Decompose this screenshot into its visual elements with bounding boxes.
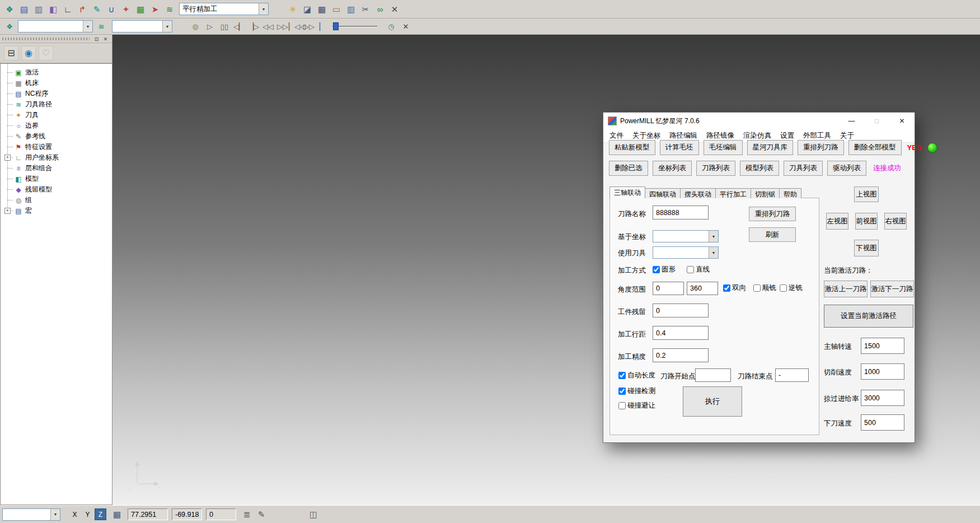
globe-icon[interactable]: ◉: [21, 46, 36, 60]
tree-item-tools[interactable]: ✦刀具: [5, 110, 112, 120]
toolpath-list-button[interactable]: 刀路列表: [696, 161, 735, 176]
coordinate-list-button[interactable]: 坐标列表: [653, 161, 692, 176]
cutting-speed-input[interactable]: [861, 363, 904, 380]
play-icon[interactable]: ▷: [203, 20, 217, 33]
grid-icon[interactable]: ▦: [110, 508, 124, 521]
menu-settings[interactable]: 设置: [776, 131, 799, 141]
tree-item-models[interactable]: ◧模型: [5, 174, 112, 184]
model-list-button[interactable]: 模型列表: [740, 161, 779, 176]
toolpath-icon[interactable]: ≋: [95, 20, 108, 33]
right-view-button[interactable]: 右视图: [884, 213, 907, 230]
menu-path-edit[interactable]: 路径编辑: [665, 131, 702, 141]
maximize-button[interactable]: □: [864, 113, 889, 129]
tab-help[interactable]: 帮助: [779, 188, 801, 198]
plunge-speed-input[interactable]: [861, 414, 904, 431]
tab-swivel[interactable]: 摆头联动: [680, 188, 716, 198]
tab-parallel[interactable]: 平行加工: [715, 188, 751, 198]
layers-icon[interactable]: ❖: [3, 20, 16, 33]
angle-from-input[interactable]: [653, 282, 684, 295]
checkbox-input[interactable]: [653, 266, 660, 273]
skim-feed-input[interactable]: [861, 390, 904, 406]
front-view-button[interactable]: 前视图: [855, 213, 878, 230]
chart-icon[interactable]: ▥: [344, 2, 358, 16]
slider-track[interactable]: [332, 26, 377, 27]
slider-handle[interactable]: [333, 22, 339, 30]
star-axes-icon[interactable]: ✳: [286, 2, 299, 16]
checkbox-input[interactable]: [618, 402, 626, 409]
ruler-icon[interactable]: ▭: [330, 2, 343, 16]
step-back-icon[interactable]: ◁▏: [232, 20, 246, 33]
curves-icon[interactable]: ≋: [163, 2, 176, 16]
tree-item-patterns[interactable]: ✎参考线: [5, 131, 112, 142]
tab-4axis[interactable]: 四轴联动: [645, 188, 681, 198]
graphics-viewport[interactable]: Y X Z PowerMILL 忆梦星河 7.0.6 — □ ✕ 文件关于坐标路…: [112, 35, 980, 505]
stepover-input[interactable]: [653, 326, 709, 340]
edit-stock-button[interactable]: 毛坯编辑: [704, 140, 743, 155]
skip-end-icon[interactable]: ▷▷▕: [305, 20, 318, 33]
activate-previous-toolpath-button[interactable]: 激活上一刀路: [824, 281, 868, 297]
coordinate-z-field[interactable]: 0: [206, 508, 236, 520]
use-tool-select[interactable]: ▼: [653, 246, 719, 259]
tree-item-workplanes[interactable]: +∟用户坐标系: [5, 152, 112, 163]
layers-icon[interactable]: ❖: [3, 2, 16, 16]
spindle-speed-input[interactable]: [861, 338, 904, 354]
lightbulb-icon[interactable]: ◍: [189, 20, 202, 33]
table-icon[interactable]: ▦: [134, 2, 147, 16]
magnet-icon[interactable]: ∪: [105, 2, 118, 16]
top-view-button[interactable]: 上视图: [854, 186, 879, 202]
circle-method-checkbox[interactable]: 圆形: [653, 265, 676, 274]
refresh-button[interactable]: 刷新: [749, 227, 796, 242]
close-button[interactable]: ✕: [889, 113, 915, 129]
menu-about[interactable]: 关于: [836, 131, 859, 141]
strategy-preset-select[interactable]: 平行精加工 ▼: [179, 3, 269, 15]
rewind-icon[interactable]: ◁◁: [261, 20, 275, 33]
toolpath-end-input[interactable]: [775, 368, 809, 382]
left-view-button[interactable]: 左视图: [826, 213, 848, 230]
calculator-icon[interactable]: ▦: [315, 2, 329, 16]
reorder-toolpaths-button[interactable]: 重排列刀路: [749, 207, 796, 221]
panel-float-button[interactable]: ⊡: [92, 35, 101, 43]
fast-forward-icon[interactable]: ▷▷: [276, 20, 289, 33]
tree-item-boundaries[interactable]: ○边界: [5, 120, 112, 131]
checkbox-input[interactable]: [723, 284, 730, 292]
axis-x-button[interactable]: X: [69, 508, 81, 520]
expand-icon[interactable]: +: [4, 208, 11, 214]
delete-selected-button[interactable]: 删除已选: [609, 161, 648, 176]
step-forward-icon[interactable]: ▕▷: [247, 20, 260, 33]
tree-item-nc-programs[interactable]: ▤NC程序: [5, 88, 112, 99]
clock-icon[interactable]: ◷: [385, 20, 398, 33]
workplane-icon[interactable]: ∟: [61, 2, 74, 16]
transform-icon[interactable]: ↱: [76, 2, 89, 16]
arrow-tool-icon[interactable]: ➤: [148, 2, 162, 16]
axis-z-button[interactable]: Z: [95, 508, 106, 520]
menu-external-tools[interactable]: 外部工具: [799, 131, 836, 141]
delete-all-models-button[interactable]: 删除全部模型: [848, 140, 902, 155]
list-icon[interactable]: ≣: [240, 508, 254, 521]
checkbox-input[interactable]: [687, 266, 694, 273]
auto-length-checkbox[interactable]: 自动长度: [618, 371, 655, 380]
toolpath-select[interactable]: ▼: [18, 20, 93, 32]
toolpath-name-input[interactable]: [653, 206, 709, 220]
minimize-button[interactable]: —: [839, 113, 864, 129]
checkbox-input[interactable]: [753, 284, 761, 292]
tree-item-toolpaths[interactable]: ≋刀具路径: [5, 99, 112, 110]
pause-icon[interactable]: ▯▯: [218, 20, 231, 33]
based-coordinate-select[interactable]: ▼: [653, 230, 719, 242]
toolpath-start-input[interactable]: [695, 368, 731, 382]
tool-library-button[interactable]: 星河刀具库: [747, 140, 794, 155]
status-view-select[interactable]: ▼: [2, 508, 60, 521]
coordinate-y-field[interactable]: -69.918: [172, 508, 202, 520]
bottom-view-button[interactable]: 下视图: [854, 240, 879, 256]
stock-remaining-input[interactable]: [653, 303, 709, 317]
window-split-icon[interactable]: ◫: [307, 508, 320, 521]
tree-item-feature-sets[interactable]: ⚑特征设置: [5, 142, 112, 152]
tab-saw[interactable]: 切割锯: [751, 188, 780, 198]
expand-icon[interactable]: +: [4, 155, 11, 161]
skip-start-icon[interactable]: ▏◁◁: [290, 20, 304, 33]
panel-close-button[interactable]: ✕: [101, 35, 110, 43]
edit-icon[interactable]: ✎: [255, 508, 268, 521]
activate-next-toolpath-button[interactable]: 激活下一刀路: [870, 281, 914, 297]
axis-y-button[interactable]: Y: [82, 508, 93, 520]
conventional-milling-checkbox[interactable]: 逆铣: [780, 283, 803, 293]
tools-icon[interactable]: ✂: [359, 2, 372, 16]
